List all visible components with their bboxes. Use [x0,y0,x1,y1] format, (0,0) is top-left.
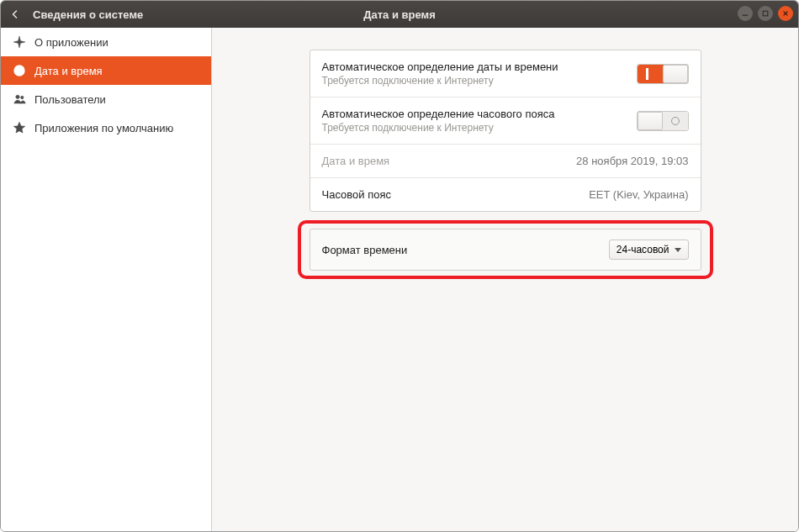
minimize-icon [742,10,749,17]
sidebar-item-about[interactable]: О приложении [1,28,211,56]
time-format-panel: Формат времени 24-часовой [310,229,701,271]
time-format-row: Формат времени 24-часовой [310,229,701,270]
sidebar-item-label: О приложении [34,36,108,49]
sidebar-item-label: Приложения по умолчанию [34,122,173,134]
timezone-row[interactable]: Часовой пояс EET (Kiev, Украина) [310,178,701,211]
caret-down-icon [675,248,681,252]
sidebar-item-label: Дата и время [34,65,103,77]
time-format-panel-highlight: Формат времени 24-часовой [310,229,701,271]
time-format-selected: 24-часовой [616,244,669,255]
content-area: Автоматическое определение даты и времен… [212,28,798,532]
datetime-label: Дата и время [322,155,390,167]
auto-timezone-toggle[interactable] [637,111,689,131]
sidebar-item-label: Пользователи [34,93,106,106]
sidebar: О приложении Дата и время Пользователи П… [1,28,212,532]
auto-datetime-toggle[interactable] [637,64,689,84]
window-titlebar: Сведения о системе Дата и время [1,1,798,28]
window-body: О приложении Дата и время Пользователи П… [1,28,798,532]
time-format-dropdown[interactable]: 24-часовой [609,240,689,260]
timezone-label: Часовой пояс [322,188,391,201]
header-section-title: Сведения о системе [33,8,143,21]
sidebar-item-users[interactable]: Пользователи [1,85,211,113]
auto-timezone-sub: Требуется подключение к Интернету [322,122,555,134]
sparkle-icon [13,35,26,49]
close-button[interactable] [778,6,793,21]
sidebar-item-default-apps[interactable]: Приложения по умолчанию [1,113,211,142]
chevron-left-icon [10,9,20,19]
maximize-icon [762,10,769,17]
users-icon [13,92,26,106]
datetime-value: 28 ноября 2019, 19:03 [576,155,688,167]
timezone-value: EET (Kiev, Украина) [589,188,688,201]
auto-timezone-title: Автоматическое определение часового пояс… [322,108,555,120]
star-icon [13,121,26,134]
settings-window: Сведения о системе Дата и время О прилож… [0,0,799,532]
time-format-label: Формат времени [322,244,408,256]
sidebar-item-datetime[interactable]: Дата и время [1,56,211,85]
clock-icon [13,64,26,77]
auto-timezone-row: Автоматическое определение часового пояс… [310,97,701,145]
datetime-settings-panel: Автоматическое определение даты и времен… [310,50,701,212]
datetime-row[interactable]: Дата и время 28 ноября 2019, 19:03 [310,145,701,178]
svg-rect-1 [763,11,768,16]
auto-datetime-row: Автоматическое определение даты и времен… [310,50,701,97]
close-icon [782,10,789,17]
svg-rect-0 [743,15,748,16]
auto-datetime-sub: Требуется подключение к Интернету [322,75,558,87]
maximize-button[interactable] [758,6,773,21]
minimize-button[interactable] [738,6,753,21]
window-controls [738,6,793,21]
back-button[interactable] [1,1,29,28]
svg-point-4 [21,96,24,98]
svg-point-3 [16,95,19,98]
auto-datetime-title: Автоматическое определение даты и времен… [322,61,558,73]
